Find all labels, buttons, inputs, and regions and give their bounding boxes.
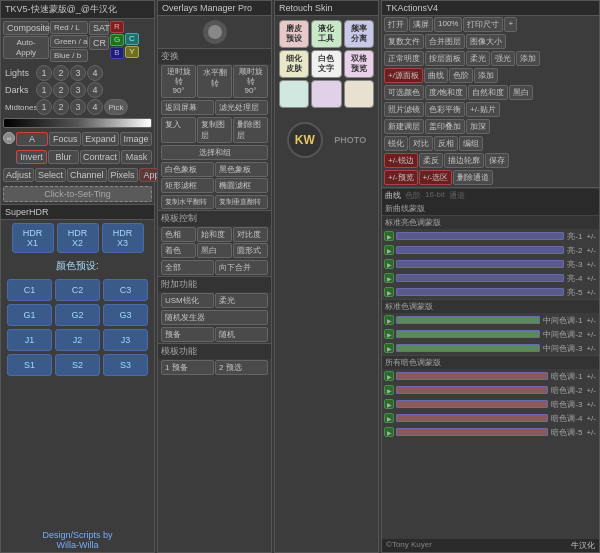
dark1-play[interactable]: ▶ xyxy=(384,371,394,381)
lights-1[interactable]: 1 xyxy=(36,65,52,81)
photo-filter-btn[interactable]: 照片滤镜 xyxy=(384,102,424,117)
dark4-play[interactable]: ▶ xyxy=(384,413,394,423)
add2-btn[interactable]: 添加 xyxy=(474,68,498,83)
edge-btn[interactable]: +/-锐边 xyxy=(384,153,418,168)
bright1-plus[interactable]: +/- xyxy=(585,232,597,241)
darks-2[interactable]: 2 xyxy=(53,82,69,98)
select-btn[interactable]: Select xyxy=(35,168,66,182)
c-btn[interactable]: C xyxy=(125,33,139,45)
darks-1[interactable]: 1 xyxy=(36,82,52,98)
hdr-x2-btn[interactable]: HDR X2 xyxy=(57,223,99,253)
black-board-btn[interactable]: 黑色象板 xyxy=(215,162,268,177)
bright2-plus[interactable]: +/- xyxy=(585,246,597,255)
mid1-play[interactable]: ▶ xyxy=(384,315,394,325)
bright5-play[interactable]: ▶ xyxy=(384,287,394,297)
brightness-btn[interactable]: 正常明度 xyxy=(384,51,424,66)
green-btn[interactable]: Green / a xyxy=(50,35,88,48)
darks-3[interactable]: 3 xyxy=(70,82,86,98)
glow-btn[interactable]: 柔光 xyxy=(215,293,268,308)
return-screen-btn[interactable]: 返回屏幕 xyxy=(161,100,214,115)
add-btn[interactable]: 添加 xyxy=(516,51,540,66)
merge-files-btn[interactable]: 复数文件 xyxy=(384,34,424,49)
mid-1[interactable]: 1 xyxy=(36,99,52,115)
dark2-plus[interactable]: +/- xyxy=(585,386,597,395)
lights-2[interactable]: 2 xyxy=(53,65,69,81)
usm-btn[interactable]: USM锐化 xyxy=(161,293,214,308)
curves-btn[interactable]: 曲线 xyxy=(424,68,448,83)
mid1-plus[interactable]: +/- xyxy=(585,316,597,325)
dodge-btn[interactable]: 柔反 xyxy=(419,153,443,168)
retouch-white-text[interactable]: 白色文字 xyxy=(311,50,341,78)
color2-btn[interactable]: 可选颜色 xyxy=(384,85,424,100)
hdr-x3-btn[interactable]: HDR X3 xyxy=(102,223,144,253)
del-layer-btn[interactable]: 删除图层 xyxy=(233,117,268,143)
hue-btn[interactable]: 色相 xyxy=(161,227,196,242)
merge-down-btn[interactable]: 向下合并 xyxy=(215,260,268,275)
mid-3[interactable]: 3 xyxy=(70,99,86,115)
mid3-play[interactable]: ▶ xyxy=(384,343,394,353)
retouch-dual-preview[interactable]: 双格预览 xyxy=(344,50,374,78)
s1-btn[interactable]: S1 xyxy=(7,354,52,376)
del-ch-btn[interactable]: 删除通道 xyxy=(453,170,493,185)
group-btn[interactable]: 编组 xyxy=(459,136,483,151)
darken-btn[interactable]: 加深 xyxy=(466,119,490,134)
image-size-btn[interactable]: 图像大小 xyxy=(466,34,506,49)
pick-btn[interactable]: Pick xyxy=(104,99,128,115)
bright3-plus[interactable]: +/- xyxy=(585,260,597,269)
process-layer-btn[interactable]: 滤光处理层 xyxy=(215,100,268,115)
contrast2-btn[interactable]: 对比 xyxy=(409,136,433,151)
screen-btn[interactable]: 按层面板 xyxy=(425,51,465,66)
random-gen-btn[interactable]: 随机发生器 xyxy=(161,310,268,325)
copy-hflip-btn[interactable]: 复制水平翻转 xyxy=(161,195,214,209)
c2-btn[interactable]: C2 xyxy=(55,279,100,301)
bw-btn[interactable]: 黑白 xyxy=(197,243,232,258)
main-slider[interactable] xyxy=(3,118,152,128)
y-btn[interactable]: Y xyxy=(125,46,139,58)
lighten-btn[interactable]: 柔光 xyxy=(466,51,490,66)
b-btn[interactable]: B xyxy=(110,47,124,59)
click-area[interactable]: Click-to-Set-Ting xyxy=(3,186,152,202)
ellipse-filter-btn[interactable]: 椭圆滤框 xyxy=(215,178,268,193)
retouch-empty3[interactable] xyxy=(344,80,374,108)
a-btn[interactable]: A xyxy=(16,132,48,146)
curves-up-btn[interactable]: +/源面板 xyxy=(384,68,423,83)
bright4-play[interactable]: ▶ xyxy=(384,273,394,283)
bright5-plus[interactable]: +/- xyxy=(585,288,597,297)
bright3-play[interactable]: ▶ xyxy=(384,259,394,269)
sat-btn[interactable]: SAT xyxy=(89,21,109,35)
invert2-btn[interactable]: 反相 xyxy=(434,136,458,151)
blue-btn[interactable]: Blue / b xyxy=(50,49,88,62)
auto-apply-btn[interactable]: Auto-Apply xyxy=(3,36,49,59)
g2-btn[interactable]: G2 xyxy=(55,304,100,326)
expand-btn[interactable]: Expand xyxy=(82,132,119,146)
all-btn[interactable]: 全部 xyxy=(161,260,214,275)
mid2-play[interactable]: ▶ xyxy=(384,329,394,339)
dark3-play[interactable]: ▶ xyxy=(384,399,394,409)
contrast-btn[interactable]: 对比度 xyxy=(233,227,268,242)
g-btn[interactable]: G xyxy=(110,34,124,46)
lights-4[interactable]: 4 xyxy=(87,65,103,81)
saturation-btn[interactable]: 始和度 xyxy=(197,227,232,242)
composite-btn[interactable]: Composite xyxy=(3,21,49,35)
circle-btn[interactable]: 圆形式 xyxy=(233,243,268,258)
embed-btn[interactable]: 复入 xyxy=(161,117,196,143)
bright2-play[interactable]: ▶ xyxy=(384,245,394,255)
retouch-moapi[interactable]: 磨皮预设 xyxy=(279,20,309,48)
levels-btn[interactable]: 色阶 xyxy=(449,68,473,83)
preset2-btn[interactable]: 2 预选 xyxy=(215,360,268,375)
print-btn[interactable]: 打印尺寸 xyxy=(463,17,503,32)
edge2-btn[interactable]: 描边轮廓 xyxy=(444,153,484,168)
full-btn[interactable]: 满屏 xyxy=(409,17,433,32)
preset-btn[interactable]: 预备 xyxy=(161,327,214,342)
image-btn[interactable]: Image xyxy=(120,132,152,146)
colorize-btn[interactable]: 着色 xyxy=(161,243,196,258)
channel-btn[interactable]: Channel xyxy=(67,168,107,182)
color-btn[interactable]: 强光 xyxy=(491,51,515,66)
prev-btn[interactable]: +/-预览 xyxy=(384,170,418,185)
bnw-btn[interactable]: 自然和度 xyxy=(468,85,508,100)
preset1-btn[interactable]: 1 预备 xyxy=(161,360,214,375)
s3-btn[interactable]: S3 xyxy=(103,354,148,376)
new-layer-btn[interactable]: 新建调层 xyxy=(384,119,424,134)
mid2-plus[interactable]: +/- xyxy=(585,330,597,339)
mid3-plus[interactable]: +/- xyxy=(585,344,597,353)
